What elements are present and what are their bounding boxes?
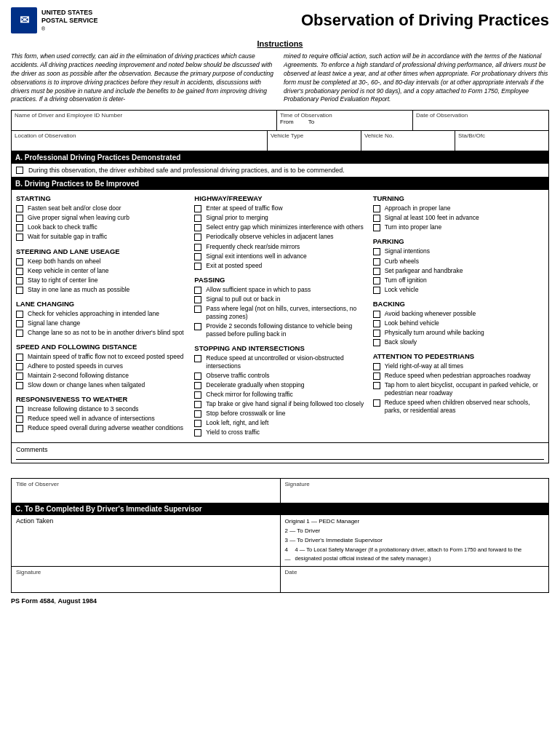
action-row: Action Taken Original 1 — PEDC Manager 2… <box>12 515 548 567</box>
checkbox-lane-1[interactable] <box>16 311 23 318</box>
checkbox-hwy-4[interactable] <box>194 234 201 241</box>
observer-signature-field[interactable]: Signature <box>281 479 549 503</box>
list-item: Stay in one lane as much as possible <box>16 286 187 294</box>
checkbox-pass-1[interactable] <box>194 287 201 294</box>
list-item: Look back to check traffic <box>16 223 187 231</box>
checkbox-turn-2[interactable] <box>373 215 380 222</box>
checkbox-speed-3[interactable] <box>16 372 23 380</box>
action-taken-field[interactable]: Action Taken <box>12 515 281 566</box>
list-item: Slow down or change lanes when tailgated <box>16 381 187 389</box>
checkbox-speed-1[interactable] <box>16 354 23 361</box>
checkbox-park-3[interactable] <box>373 268 380 275</box>
checkbox-park-4[interactable] <box>373 277 380 284</box>
list-item: Set parkgear and handbrake <box>373 267 544 275</box>
usps-logo: ✉ UNITED STATES POSTAL SERVICE ® <box>11 7 105 33</box>
checkbox-turn-3[interactable] <box>373 224 380 231</box>
list-item: Check for vehicles approaching in intend… <box>16 310 187 318</box>
checkbox-pass-2[interactable] <box>194 296 201 303</box>
list-item: Adhere to posted speeds in curves <box>16 362 187 370</box>
steering-title: STEERING AND LANE USEAGE <box>16 247 187 255</box>
sta-field[interactable]: Sta/Br/Ofc <box>455 131 548 151</box>
starting-title: STARTING <box>16 194 187 202</box>
checkbox-ped-2[interactable] <box>373 372 380 380</box>
checkbox-turn-1[interactable] <box>373 205 380 212</box>
three-col-layout: STARTING Fasten seat belt and/or close d… <box>16 194 544 438</box>
form-title: Observation of Driving Practices <box>105 11 549 30</box>
section-a-checkbox[interactable] <box>16 167 23 174</box>
instructions-col1: This form, when used correctly, can aid … <box>11 52 276 104</box>
stopping-title: STOPPING AND INTERSECTIONS <box>194 344 365 352</box>
sig-date-row: Signature Date <box>12 567 548 592</box>
checkbox-steering-4[interactable] <box>16 287 23 294</box>
checkbox-lane-3[interactable] <box>16 330 23 337</box>
parking-title: PARKING <box>373 237 544 245</box>
list-item: Look behind vehicle <box>373 319 544 327</box>
checkbox-back-1[interactable] <box>373 311 380 318</box>
checkbox-stop-7[interactable] <box>194 420 201 427</box>
checkbox-back-2[interactable] <box>373 320 380 327</box>
checkbox-stop-8[interactable] <box>194 429 201 437</box>
checkbox-steering-1[interactable] <box>16 258 23 266</box>
form-number: PS Form 4584, August 1984 <box>11 597 549 605</box>
vehicle-no-field[interactable]: Vehicle No. <box>361 131 455 151</box>
checkbox-starting-4[interactable] <box>16 234 23 241</box>
checkbox-stop-5[interactable] <box>194 401 201 408</box>
date-field[interactable]: Date of Observation <box>413 111 548 130</box>
checkbox-starting-1[interactable] <box>16 205 23 212</box>
section-a-content: During this observation, the driver exhi… <box>11 164 549 177</box>
usps-eagle-icon: ✉ <box>11 7 37 33</box>
checkbox-stop-1[interactable] <box>194 355 201 362</box>
checkbox-resp-2[interactable] <box>16 415 23 423</box>
list-item: Change lane so as not to be in another d… <box>16 329 187 337</box>
instructions-col2: mined to require official action, such a… <box>284 52 549 104</box>
checkbox-hwy-5[interactable] <box>194 244 201 251</box>
list-item: Maintain speed of traffic flow not to ex… <box>16 353 187 361</box>
supervisor-date-field[interactable]: Date <box>281 567 549 592</box>
vehicle-type-field[interactable]: Vehicle Type <box>268 131 361 151</box>
checkbox-ped-4[interactable] <box>373 399 380 407</box>
list-item: Reduce speed at uncontrolled or vision-o… <box>194 354 365 370</box>
observer-title-field[interactable]: Title of Observer <box>12 479 281 503</box>
svg-text:✉: ✉ <box>20 13 30 26</box>
checkbox-hwy-2[interactable] <box>194 215 201 222</box>
supervisor-sig-field[interactable]: Signature <box>12 567 281 592</box>
list-item: Reduce speed well in advance of intersec… <box>16 415 187 423</box>
highway-title: HIGHWAY/FREEWAY <box>194 194 365 202</box>
list-item: Stay to right of center line <box>16 276 187 284</box>
list-item: Allow sufficient space in which to pass <box>194 286 365 294</box>
checkbox-lane-2[interactable] <box>16 320 23 327</box>
list-item: Signal lane change <box>16 319 187 327</box>
checkbox-park-2[interactable] <box>373 258 380 266</box>
checkbox-pass-3[interactable] <box>194 306 201 313</box>
checkbox-stop-6[interactable] <box>194 410 201 418</box>
list-item: Reduce speed when children observed near… <box>373 399 544 415</box>
checkbox-starting-3[interactable] <box>16 224 23 231</box>
checkbox-steering-3[interactable] <box>16 277 23 284</box>
checkbox-pass-4[interactable] <box>194 323 201 330</box>
checkbox-resp-1[interactable] <box>16 406 23 413</box>
checkbox-hwy-3[interactable] <box>194 224 201 231</box>
list-item: Exit at posted speed <box>194 262 365 270</box>
checkbox-starting-2[interactable] <box>16 215 23 222</box>
checkbox-stop-3[interactable] <box>194 382 201 389</box>
list-item: Fasten seat belt and/or close door <box>16 204 187 212</box>
checkbox-hwy-7[interactable] <box>194 263 201 270</box>
checkbox-steering-2[interactable] <box>16 268 23 275</box>
checkbox-back-3[interactable] <box>373 330 380 337</box>
location-field[interactable]: Location of Observation <box>12 131 268 151</box>
checkbox-speed-4[interactable] <box>16 382 23 389</box>
checkbox-hwy-1[interactable] <box>194 205 201 212</box>
checkbox-resp-3[interactable] <box>16 425 23 432</box>
checkbox-hwy-6[interactable] <box>194 253 201 260</box>
checkbox-park-5[interactable] <box>373 287 380 294</box>
checkbox-speed-2[interactable] <box>16 363 23 370</box>
name-field[interactable]: Name of Driver and Employee ID Number <box>12 111 277 130</box>
checkbox-park-1[interactable] <box>373 248 380 255</box>
list-item: Stop before crosswalk or line <box>194 410 365 418</box>
checkbox-back-4[interactable] <box>373 339 380 346</box>
checkbox-stop-4[interactable] <box>194 391 201 399</box>
checkbox-ped-3[interactable] <box>373 382 380 389</box>
list-item: Provide 2 seconds following distance to … <box>194 322 365 338</box>
checkbox-ped-1[interactable] <box>373 363 380 370</box>
checkbox-stop-2[interactable] <box>194 372 201 380</box>
